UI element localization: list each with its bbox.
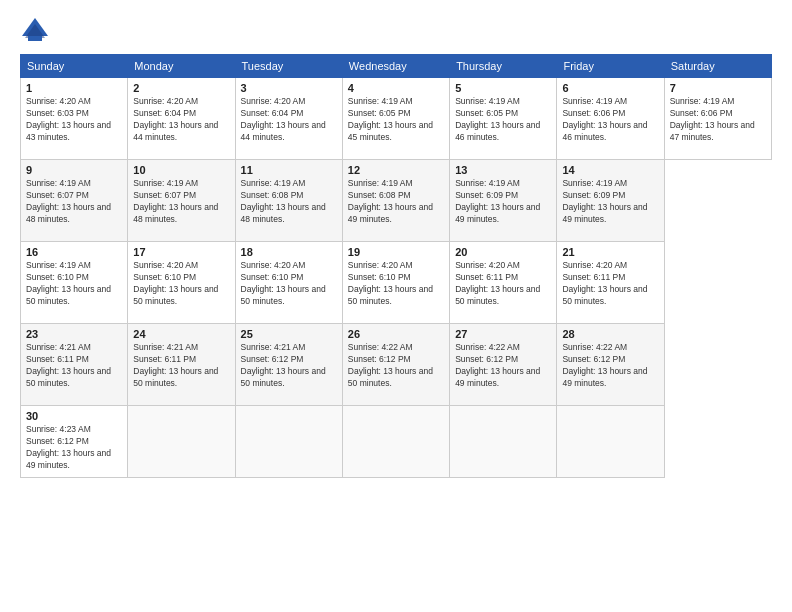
day-number: 20 (455, 246, 551, 258)
calendar-cell: 5 Sunrise: 4:19 AMSunset: 6:05 PMDayligh… (450, 78, 557, 160)
day-number: 2 (133, 82, 229, 94)
day-number: 21 (562, 246, 658, 258)
calendar-cell: 17 Sunrise: 4:20 AMSunset: 6:10 PMDaylig… (128, 242, 235, 324)
day-details: Sunrise: 4:20 AMSunset: 6:03 PMDaylight:… (26, 96, 122, 144)
calendar-cell: 7 Sunrise: 4:19 AMSunset: 6:06 PMDayligh… (664, 78, 771, 160)
calendar-cell (342, 406, 449, 478)
calendar-cell: 26 Sunrise: 4:22 AMSunset: 6:12 PMDaylig… (342, 324, 449, 406)
calendar-cell: 1 Sunrise: 4:20 AMSunset: 6:03 PMDayligh… (21, 78, 128, 160)
day-number: 7 (670, 82, 766, 94)
day-number: 4 (348, 82, 444, 94)
calendar-header-monday: Monday (128, 55, 235, 78)
calendar-header-row: SundayMondayTuesdayWednesdayThursdayFrid… (21, 55, 772, 78)
day-number: 10 (133, 164, 229, 176)
calendar-cell: 12 Sunrise: 4:19 AMSunset: 6:08 PMDaylig… (342, 160, 449, 242)
calendar-cell: 9 Sunrise: 4:19 AMSunset: 6:07 PMDayligh… (21, 160, 128, 242)
calendar-week-row-5: 30 Sunrise: 4:23 AMSunset: 6:12 PMDaylig… (21, 406, 772, 478)
day-details: Sunrise: 4:19 AMSunset: 6:05 PMDaylight:… (348, 96, 444, 144)
calendar-week-row-2: 9 Sunrise: 4:19 AMSunset: 6:07 PMDayligh… (21, 160, 772, 242)
calendar-cell (450, 406, 557, 478)
calendar-cell: 24 Sunrise: 4:21 AMSunset: 6:11 PMDaylig… (128, 324, 235, 406)
calendar-cell: 6 Sunrise: 4:19 AMSunset: 6:06 PMDayligh… (557, 78, 664, 160)
day-number: 14 (562, 164, 658, 176)
day-number: 13 (455, 164, 551, 176)
calendar-header-friday: Friday (557, 55, 664, 78)
calendar-cell: 13 Sunrise: 4:19 AMSunset: 6:09 PMDaylig… (450, 160, 557, 242)
calendar-week-row-4: 23 Sunrise: 4:21 AMSunset: 6:11 PMDaylig… (21, 324, 772, 406)
day-details: Sunrise: 4:20 AMSunset: 6:11 PMDaylight:… (455, 260, 551, 308)
day-details: Sunrise: 4:20 AMSunset: 6:11 PMDaylight:… (562, 260, 658, 308)
calendar-cell: 19 Sunrise: 4:20 AMSunset: 6:10 PMDaylig… (342, 242, 449, 324)
day-number: 27 (455, 328, 551, 340)
day-details: Sunrise: 4:19 AMSunset: 6:07 PMDaylight:… (133, 178, 229, 226)
calendar-header-saturday: Saturday (664, 55, 771, 78)
day-details: Sunrise: 4:19 AMSunset: 6:08 PMDaylight:… (348, 178, 444, 226)
logo (20, 16, 54, 44)
day-details: Sunrise: 4:21 AMSunset: 6:12 PMDaylight:… (241, 342, 337, 390)
day-number: 3 (241, 82, 337, 94)
day-details: Sunrise: 4:19 AMSunset: 6:09 PMDaylight:… (562, 178, 658, 226)
calendar-cell: 14 Sunrise: 4:19 AMSunset: 6:09 PMDaylig… (557, 160, 664, 242)
calendar-header-thursday: Thursday (450, 55, 557, 78)
day-number: 6 (562, 82, 658, 94)
calendar-cell (128, 406, 235, 478)
day-details: Sunrise: 4:20 AMSunset: 6:04 PMDaylight:… (241, 96, 337, 144)
day-number: 30 (26, 410, 122, 422)
day-details: Sunrise: 4:19 AMSunset: 6:05 PMDaylight:… (455, 96, 551, 144)
calendar-cell: 27 Sunrise: 4:22 AMSunset: 6:12 PMDaylig… (450, 324, 557, 406)
day-details: Sunrise: 4:20 AMSunset: 6:10 PMDaylight:… (133, 260, 229, 308)
day-details: Sunrise: 4:19 AMSunset: 6:10 PMDaylight:… (26, 260, 122, 308)
header (20, 16, 772, 44)
calendar-table: SundayMondayTuesdayWednesdayThursdayFrid… (20, 54, 772, 478)
calendar-cell: 28 Sunrise: 4:22 AMSunset: 6:12 PMDaylig… (557, 324, 664, 406)
calendar-cell: 23 Sunrise: 4:21 AMSunset: 6:11 PMDaylig… (21, 324, 128, 406)
day-details: Sunrise: 4:21 AMSunset: 6:11 PMDaylight:… (26, 342, 122, 390)
day-number: 23 (26, 328, 122, 340)
day-number: 11 (241, 164, 337, 176)
calendar-cell: 25 Sunrise: 4:21 AMSunset: 6:12 PMDaylig… (235, 324, 342, 406)
page: SundayMondayTuesdayWednesdayThursdayFrid… (0, 0, 792, 612)
day-number: 28 (562, 328, 658, 340)
calendar-cell: 11 Sunrise: 4:19 AMSunset: 6:08 PMDaylig… (235, 160, 342, 242)
calendar-cell: 18 Sunrise: 4:20 AMSunset: 6:10 PMDaylig… (235, 242, 342, 324)
calendar-cell: 16 Sunrise: 4:19 AMSunset: 6:10 PMDaylig… (21, 242, 128, 324)
day-details: Sunrise: 4:20 AMSunset: 6:10 PMDaylight:… (241, 260, 337, 308)
calendar-week-row-3: 16 Sunrise: 4:19 AMSunset: 6:10 PMDaylig… (21, 242, 772, 324)
calendar-cell: 2 Sunrise: 4:20 AMSunset: 6:04 PMDayligh… (128, 78, 235, 160)
calendar-cell: 4 Sunrise: 4:19 AMSunset: 6:05 PMDayligh… (342, 78, 449, 160)
day-details: Sunrise: 4:22 AMSunset: 6:12 PMDaylight:… (455, 342, 551, 390)
day-number: 16 (26, 246, 122, 258)
calendar-cell: 3 Sunrise: 4:20 AMSunset: 6:04 PMDayligh… (235, 78, 342, 160)
calendar-week-row-1: 1 Sunrise: 4:20 AMSunset: 6:03 PMDayligh… (21, 78, 772, 160)
day-details: Sunrise: 4:19 AMSunset: 6:08 PMDaylight:… (241, 178, 337, 226)
day-number: 12 (348, 164, 444, 176)
day-number: 18 (241, 246, 337, 258)
day-details: Sunrise: 4:22 AMSunset: 6:12 PMDaylight:… (562, 342, 658, 390)
calendar-header-tuesday: Tuesday (235, 55, 342, 78)
day-details: Sunrise: 4:19 AMSunset: 6:07 PMDaylight:… (26, 178, 122, 226)
day-number: 17 (133, 246, 229, 258)
calendar-cell (235, 406, 342, 478)
day-details: Sunrise: 4:23 AMSunset: 6:12 PMDaylight:… (26, 424, 122, 472)
day-details: Sunrise: 4:19 AMSunset: 6:06 PMDaylight:… (562, 96, 658, 144)
day-details: Sunrise: 4:22 AMSunset: 6:12 PMDaylight:… (348, 342, 444, 390)
day-details: Sunrise: 4:20 AMSunset: 6:04 PMDaylight:… (133, 96, 229, 144)
calendar-cell: 21 Sunrise: 4:20 AMSunset: 6:11 PMDaylig… (557, 242, 664, 324)
day-details: Sunrise: 4:20 AMSunset: 6:10 PMDaylight:… (348, 260, 444, 308)
calendar-header-wednesday: Wednesday (342, 55, 449, 78)
day-number: 9 (26, 164, 122, 176)
day-details: Sunrise: 4:19 AMSunset: 6:09 PMDaylight:… (455, 178, 551, 226)
day-details: Sunrise: 4:21 AMSunset: 6:11 PMDaylight:… (133, 342, 229, 390)
day-number: 26 (348, 328, 444, 340)
calendar-cell: 30 Sunrise: 4:23 AMSunset: 6:12 PMDaylig… (21, 406, 128, 478)
svg-rect-2 (28, 36, 42, 41)
day-number: 19 (348, 246, 444, 258)
calendar-cell: 20 Sunrise: 4:20 AMSunset: 6:11 PMDaylig… (450, 242, 557, 324)
day-number: 24 (133, 328, 229, 340)
day-details: Sunrise: 4:19 AMSunset: 6:06 PMDaylight:… (670, 96, 766, 144)
calendar-header-sunday: Sunday (21, 55, 128, 78)
day-number: 25 (241, 328, 337, 340)
calendar-cell: 10 Sunrise: 4:19 AMSunset: 6:07 PMDaylig… (128, 160, 235, 242)
day-number: 5 (455, 82, 551, 94)
day-number: 1 (26, 82, 122, 94)
